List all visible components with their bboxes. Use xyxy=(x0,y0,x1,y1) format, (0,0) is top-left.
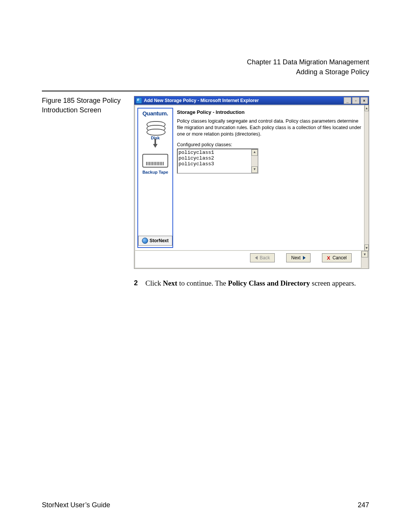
cancel-button[interactable]: X Cancel xyxy=(322,253,352,262)
chapter-label: Chapter 11 Data Migration Management xyxy=(42,57,369,67)
instruction-step: 2 Click Next to continue. The Policy Cla… xyxy=(134,278,369,289)
policy-class-listbox[interactable]: policyclass1 policyclass2 policyclass3 ▲… xyxy=(177,149,258,174)
next-button[interactable]: Next xyxy=(286,253,311,262)
content-description: Policy classes logically segregate and c… xyxy=(177,118,362,137)
product-label: StorNext xyxy=(150,238,169,243)
page-header: Chapter 11 Data Migration Management Add… xyxy=(42,57,369,77)
listbox-scrollbar[interactable]: ▲ ▼ xyxy=(251,149,258,173)
screenshot-window: Add New Storage Policy - Microsoft Inter… xyxy=(134,96,369,269)
step-number: 2 xyxy=(134,278,141,289)
window-titlebar: Add New Storage Policy - Microsoft Inter… xyxy=(134,96,369,105)
close-button[interactable]: × xyxy=(360,97,368,104)
scroll-down-icon[interactable]: ▼ xyxy=(365,244,369,251)
scroll-down-icon[interactable]: ▼ xyxy=(362,251,368,257)
product-badge: StorNext xyxy=(138,236,172,246)
window-title: Add New Storage Policy - Microsoft Inter… xyxy=(144,98,259,103)
globe-icon xyxy=(142,238,148,244)
wizard-buttons: Back Next X Cancel xyxy=(135,251,361,268)
brand-label: Quantum. xyxy=(142,110,168,117)
window-client: Quantum. Disk Backup Tape StorNext xyxy=(135,105,364,251)
page-scrollbar[interactable]: ▲ ▼ xyxy=(364,105,369,251)
configured-label: Configured policy classes: xyxy=(177,142,362,147)
scroll-down-icon[interactable]: ▼ xyxy=(252,166,258,173)
list-item[interactable]: policyclass3 xyxy=(178,161,257,167)
disk-icon xyxy=(147,121,164,133)
arrow-down-icon xyxy=(153,144,158,148)
x-icon: X xyxy=(327,255,330,261)
section-label: Adding a Storage Policy xyxy=(42,67,369,77)
minimize-button[interactable]: _ xyxy=(344,97,351,104)
back-button: Back xyxy=(250,253,275,262)
scroll-up-icon[interactable]: ▲ xyxy=(365,105,369,111)
footer-left: StorNext User’s Guide xyxy=(42,501,110,509)
maximize-button[interactable]: ▫ xyxy=(352,97,360,104)
content-title: Storage Policy - Introduction xyxy=(177,109,362,115)
page-footer: StorNext User’s Guide 247 xyxy=(42,501,369,509)
scroll-up-icon[interactable]: ▲ xyxy=(252,149,258,156)
triangle-right-icon xyxy=(303,256,306,260)
figure-block: Figure 185 Storage Policy Introduction S… xyxy=(42,91,369,269)
tape-label: Backup Tape xyxy=(142,170,168,174)
wizard-content: Storage Policy - Introduction Policy cla… xyxy=(175,105,364,250)
footer-page-number: 247 xyxy=(358,501,369,509)
ie-icon xyxy=(136,97,142,104)
list-item[interactable]: policyclass2 xyxy=(178,155,257,161)
triangle-left-icon xyxy=(255,256,258,260)
tape-icon xyxy=(142,155,168,168)
list-item[interactable]: policyclass1 xyxy=(178,150,257,155)
wizard-sidebar: Quantum. Disk Backup Tape StorNext xyxy=(137,108,173,248)
step-text: Click Next to continue. The Policy Class… xyxy=(145,278,356,289)
page: Chapter 11 Data Migration Management Add… xyxy=(0,0,411,532)
page-scrollbar-bottom[interactable]: ▼ xyxy=(361,251,368,268)
figure-caption: Figure 185 Storage Policy Introduction S… xyxy=(42,96,125,115)
